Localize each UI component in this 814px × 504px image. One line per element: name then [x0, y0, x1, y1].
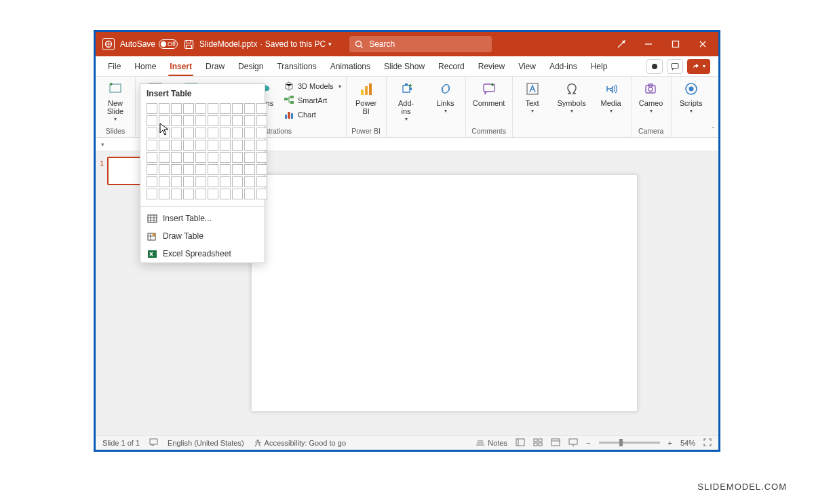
- grid-cell[interactable]: [183, 176, 194, 187]
- maximize-button[interactable]: [670, 38, 682, 50]
- excel-spreadsheet-menuitem[interactable]: Excel Spreadsheet: [140, 245, 265, 263]
- share-button[interactable]: ▾: [687, 59, 710, 74]
- grid-cell[interactable]: [195, 164, 206, 175]
- save-icon[interactable]: [183, 39, 194, 50]
- grid-cell[interactable]: [256, 103, 267, 114]
- close-button[interactable]: [697, 38, 709, 50]
- smartart-button[interactable]: SmartArt: [282, 94, 343, 106]
- comments-pane-button[interactable]: [667, 59, 683, 74]
- grid-cell[interactable]: [195, 128, 206, 138]
- grid-cell[interactable]: [171, 103, 182, 114]
- grid-cell[interactable]: [159, 128, 170, 138]
- slideshow-view-button[interactable]: [568, 438, 578, 448]
- grid-cell[interactable]: [171, 140, 182, 151]
- grid-cell[interactable]: [159, 115, 170, 126]
- grid-cell[interactable]: [159, 140, 170, 151]
- tab-insert[interactable]: Insert: [163, 56, 199, 76]
- sorter-view-button[interactable]: [533, 438, 543, 448]
- tab-review[interactable]: Review: [471, 56, 511, 76]
- grid-cell[interactable]: [159, 152, 170, 163]
- chart-button[interactable]: Chart: [282, 109, 343, 121]
- grid-cell[interactable]: [159, 189, 170, 199]
- draw-table-menuitem[interactable]: Draw Table: [140, 227, 265, 245]
- grid-cell[interactable]: [147, 176, 157, 187]
- grid-cell[interactable]: [220, 115, 231, 126]
- grid-cell[interactable]: [256, 176, 267, 187]
- grid-cell[interactable]: [171, 152, 182, 163]
- table-size-grid[interactable]: [147, 103, 258, 199]
- grid-cell[interactable]: [232, 152, 243, 163]
- grid-cell[interactable]: [244, 115, 255, 126]
- grid-cell[interactable]: [183, 115, 194, 126]
- grid-cell[interactable]: [147, 164, 157, 175]
- links-button[interactable]: Links▾: [429, 79, 462, 115]
- 3d-models-button[interactable]: 3D Models▾: [282, 80, 343, 92]
- language-icon[interactable]: [149, 438, 158, 448]
- grid-cell[interactable]: [147, 115, 157, 126]
- symbols-button[interactable]: Symbols▾: [556, 79, 588, 115]
- tab-design[interactable]: Design: [231, 56, 270, 76]
- collapse-ribbon-button[interactable]: ˇ: [712, 127, 714, 134]
- minimize-button[interactable]: [642, 38, 655, 50]
- grid-cell[interactable]: [244, 176, 255, 187]
- grid-cell[interactable]: [195, 152, 206, 163]
- grid-cell[interactable]: [195, 140, 206, 151]
- grid-cell[interactable]: [208, 189, 218, 199]
- grid-cell[interactable]: [256, 140, 267, 151]
- grid-cell[interactable]: [159, 176, 170, 187]
- slide-counter[interactable]: Slide 1 of 1: [102, 439, 140, 447]
- grid-cell[interactable]: [195, 189, 206, 199]
- grid-cell[interactable]: [208, 176, 218, 187]
- grid-cell[interactable]: [208, 115, 218, 126]
- tab-help[interactable]: Help: [584, 56, 615, 76]
- grid-cell[interactable]: [195, 115, 206, 126]
- notes-button[interactable]: Notes: [476, 439, 507, 447]
- language-status[interactable]: English (United States): [168, 439, 244, 447]
- grid-cell[interactable]: [256, 152, 267, 163]
- grid-cell[interactable]: [171, 128, 182, 138]
- addins-button[interactable]: Add- ins▾: [390, 79, 423, 123]
- tab-addins[interactable]: Add-ins: [543, 56, 584, 76]
- grid-cell[interactable]: [171, 189, 182, 199]
- grid-cell[interactable]: [232, 176, 243, 187]
- grid-cell[interactable]: [183, 152, 194, 163]
- grid-cell[interactable]: [244, 189, 255, 199]
- tab-home[interactable]: Home: [128, 56, 163, 76]
- normal-view-button[interactable]: [516, 438, 525, 448]
- grid-cell[interactable]: [220, 164, 231, 175]
- grid-cell[interactable]: [171, 115, 182, 126]
- media-button[interactable]: Media▾: [595, 79, 627, 115]
- reading-view-button[interactable]: [551, 438, 560, 448]
- grid-cell[interactable]: [232, 128, 243, 138]
- grid-cell[interactable]: [232, 140, 243, 151]
- grid-cell[interactable]: [232, 103, 243, 114]
- grid-cell[interactable]: [195, 103, 206, 114]
- grid-cell[interactable]: [183, 189, 194, 199]
- autosave-toggle[interactable]: AutoSave Off: [120, 39, 178, 49]
- power-bi-button[interactable]: Power BI: [350, 79, 383, 115]
- expand-button[interactable]: ▾: [101, 141, 104, 148]
- grid-cell[interactable]: [159, 103, 170, 114]
- tab-slideshow[interactable]: Slide Show: [377, 56, 431, 76]
- grid-cell[interactable]: [220, 103, 231, 114]
- grid-cell[interactable]: [208, 140, 218, 151]
- grid-cell[interactable]: [256, 164, 267, 175]
- zoom-in-button[interactable]: +: [668, 439, 672, 447]
- tryit-icon[interactable]: [615, 38, 627, 50]
- grid-cell[interactable]: [183, 164, 194, 175]
- insert-table-menuitem[interactable]: Insert Table...: [140, 210, 265, 227]
- fit-to-window-button[interactable]: [703, 438, 712, 448]
- grid-cell[interactable]: [208, 164, 218, 175]
- grid-cell[interactable]: [147, 152, 157, 163]
- document-title[interactable]: SlideModel.pptx · Saved to this PC ▾: [199, 39, 332, 49]
- grid-cell[interactable]: [220, 176, 231, 187]
- accessibility-status[interactable]: Accessibility: Good to go: [254, 439, 346, 447]
- zoom-out-button[interactable]: −: [586, 439, 590, 447]
- grid-cell[interactable]: [244, 128, 255, 138]
- slide-canvas[interactable]: [251, 174, 638, 412]
- zoom-slider[interactable]: [599, 442, 660, 444]
- grid-cell[interactable]: [256, 189, 267, 199]
- tab-transitions[interactable]: Transitions: [270, 56, 323, 76]
- grid-cell[interactable]: [232, 115, 243, 126]
- cameo-button[interactable]: Cameo▾: [635, 79, 667, 115]
